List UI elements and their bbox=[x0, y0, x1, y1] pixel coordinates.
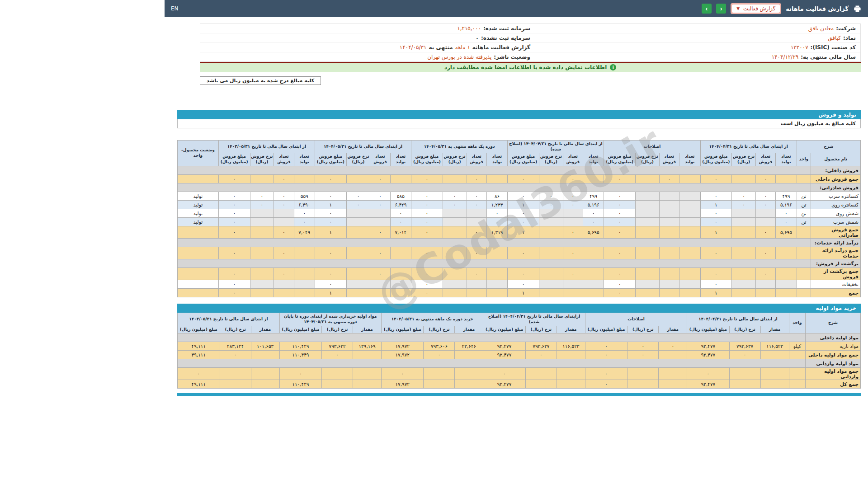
value-cell: ۰ bbox=[700, 280, 732, 289]
value-cell bbox=[679, 209, 700, 217]
row-label: جمع مواد اولیه داخلی bbox=[806, 351, 861, 359]
info-cell-left: سرمایه ثبت شده:۱,۲۱۵,۰۰۰ bbox=[205, 25, 530, 32]
value-cell: ۰ bbox=[563, 174, 583, 183]
print-icon[interactable] bbox=[853, 5, 862, 13]
value-cell bbox=[353, 380, 382, 389]
value-cell: ۰ bbox=[250, 192, 274, 200]
value-cell: ۰ bbox=[443, 200, 467, 209]
value-cell bbox=[455, 351, 483, 359]
prev-report-button[interactable]: ‹ bbox=[716, 4, 726, 14]
unit-cell bbox=[797, 247, 811, 259]
value-cell: ۰ bbox=[604, 192, 636, 200]
next-section-bar-clipped bbox=[177, 393, 861, 396]
report-type-select[interactable]: گزارش فعالیت ▼ bbox=[731, 3, 781, 14]
table-row: مواد ناریهکیلو۱۱۶,۵۲۳۷۹۳,۶۳۷۹۲,۴۷۷۰۰۰۱۱۶… bbox=[178, 342, 861, 351]
value-cell: ۱ bbox=[508, 226, 539, 238]
value-cell: ۰ bbox=[776, 209, 797, 217]
value-cell: ۰ bbox=[729, 351, 760, 359]
value-cell: ۰ bbox=[563, 200, 583, 209]
column-subheader: مبلغ (میلیون ریال) bbox=[279, 326, 321, 333]
value-cell: ۰ bbox=[315, 209, 347, 217]
value-cell bbox=[539, 217, 563, 226]
row-label: جمع برگشت از فروش bbox=[811, 268, 861, 280]
value-cell: ۰ bbox=[411, 247, 443, 259]
value-cell: ۰ bbox=[390, 217, 411, 226]
value-cell bbox=[220, 380, 251, 389]
unit-cell bbox=[797, 174, 811, 183]
row-label: جمع bbox=[811, 289, 861, 297]
value-cell bbox=[636, 174, 660, 183]
section-spacer bbox=[178, 183, 811, 192]
table-row: جمع برگشت از فروش۰۰۰۰۰۰۰۰۰۰۰ bbox=[178, 268, 861, 280]
next-report-button[interactable]: › bbox=[702, 4, 712, 14]
value-cell bbox=[346, 247, 370, 259]
language-toggle[interactable]: EN bbox=[171, 5, 179, 12]
value-cell bbox=[729, 380, 760, 389]
value-cell bbox=[443, 280, 467, 289]
info-cell-right: نماد:کبافق bbox=[530, 35, 856, 41]
value-cell bbox=[467, 280, 486, 289]
table-row: جمع مواد اولیه وارداتی۰۰۰۰۰۰ bbox=[178, 368, 861, 380]
value-cell: ۰ bbox=[315, 268, 347, 280]
section-label: مواد اولیه داخلی bbox=[806, 333, 861, 342]
value-cell: ۴۹۹ bbox=[583, 192, 604, 200]
value-cell: ۰ bbox=[274, 192, 294, 200]
value-cell bbox=[659, 368, 687, 380]
column-group-header: از ابتدای سال مالی تا تاریخ ۱۴۰۴/۰۵/۳۱ bbox=[315, 141, 411, 153]
amounts-unit-note: کلیه مبالغ درج شده به میلیون ریال می باش… bbox=[200, 76, 321, 85]
column-subheader: نرخ (ریال) bbox=[322, 326, 353, 333]
section-row: برگشت از فروش: bbox=[178, 259, 861, 268]
value-cell: ۰ bbox=[508, 268, 539, 280]
value-cell: ۰ bbox=[411, 268, 443, 280]
value-cell: ۷۹۳,۶۳۷ bbox=[729, 342, 760, 351]
value-cell: ۰ bbox=[687, 368, 729, 380]
production-sales-table: شرحاز ابتدای سال مالی تا تاریخ ۱۴۰۴/۰۴/۳… bbox=[177, 140, 861, 297]
value-cell: ۹۲,۴۷۷ bbox=[483, 380, 525, 389]
value-cell bbox=[322, 380, 353, 389]
value-cell: ۰ bbox=[604, 289, 636, 297]
column-subheader: مبلغ (میلیون ریال) bbox=[483, 326, 525, 333]
status-cell bbox=[178, 289, 219, 297]
value-cell: ۹۲,۴۷۷ bbox=[483, 351, 525, 359]
value-cell: ۰ bbox=[315, 174, 347, 183]
value-cell: ۰ bbox=[700, 192, 732, 200]
value-cell bbox=[443, 247, 467, 259]
materials-section-title: خرید مواد اولیه bbox=[177, 304, 861, 313]
value-cell: ۰ bbox=[467, 174, 486, 183]
value-cell: ۰ bbox=[604, 200, 636, 209]
value-cell bbox=[390, 247, 411, 259]
value-cell bbox=[557, 351, 585, 359]
column-subheader: نرخ (ریال) bbox=[220, 326, 251, 333]
status-cell bbox=[178, 174, 219, 183]
section-spacer bbox=[178, 238, 811, 247]
value-cell bbox=[294, 280, 315, 289]
value-cell bbox=[563, 289, 583, 297]
value-cell: ۰ bbox=[604, 280, 636, 289]
raw-materials-table: شرحواحداز ابتدای سال مالی تا تاریخ ۱۴۰۴/… bbox=[177, 313, 861, 389]
section-label: درآمد ارائه خدمات: bbox=[811, 238, 861, 247]
value-cell bbox=[370, 289, 390, 297]
value-cell bbox=[294, 247, 315, 259]
info-cell-left: وضعیت ناشر:پذیرفته شده در بورس تهران bbox=[205, 54, 530, 60]
status-cell bbox=[178, 280, 219, 289]
column-subheader: نرخ (ریال) bbox=[525, 326, 557, 333]
section-spacer bbox=[178, 259, 811, 268]
value-cell: ۰ bbox=[370, 192, 390, 200]
info-value: کبافق bbox=[828, 35, 841, 41]
column-subheader: نرخ (ریال) bbox=[627, 326, 659, 333]
value-cell: ۰ bbox=[370, 200, 390, 209]
value-cell bbox=[636, 209, 660, 217]
value-cell bbox=[732, 247, 756, 259]
value-cell: ۴۸۳,۱۲۴ bbox=[220, 342, 251, 351]
value-cell: ۱۷,۹۷۲ bbox=[382, 342, 424, 351]
value-cell: ۱ bbox=[700, 200, 732, 209]
value-cell bbox=[659, 226, 679, 238]
value-cell: ۱ bbox=[315, 289, 347, 297]
value-cell: ۰ bbox=[755, 247, 775, 259]
value-cell bbox=[220, 368, 251, 380]
row-label: تخفیفات bbox=[811, 280, 861, 289]
value-cell bbox=[424, 380, 455, 389]
value-cell bbox=[659, 247, 679, 259]
info-value: ۱۳۲۰۰۷ bbox=[791, 44, 808, 51]
column-subheader: مقدار bbox=[455, 326, 483, 333]
